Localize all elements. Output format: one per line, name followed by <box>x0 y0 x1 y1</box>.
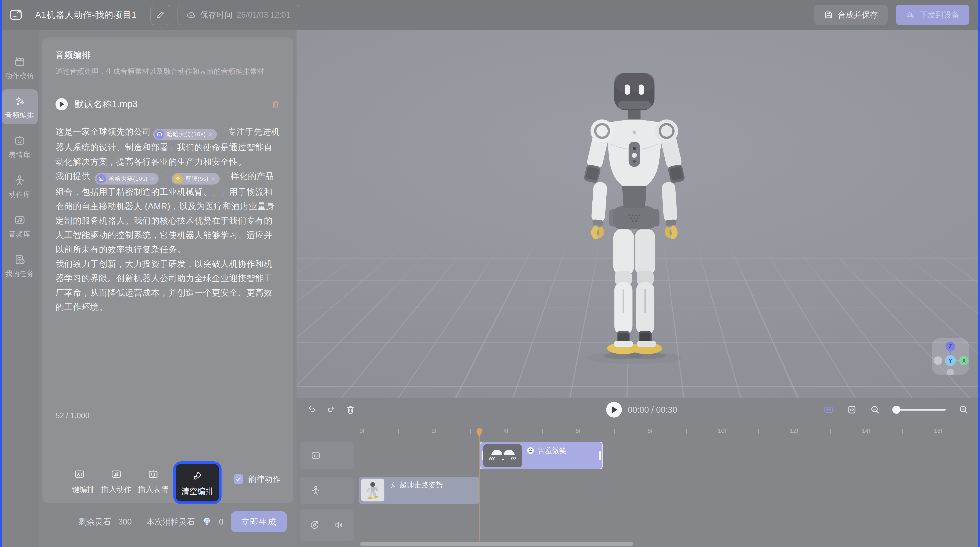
action-track-header <box>300 477 354 504</box>
zoom-in-button[interactable] <box>958 404 969 415</box>
tag-quote-mark: 」 <box>212 187 221 196</box>
capture-frame-right <box>978 0 980 547</box>
remove-tag-icon[interactable]: × <box>151 175 154 182</box>
clip-trim-handle-left[interactable] <box>482 451 483 460</box>
ruler-tick <box>686 429 687 434</box>
sidebar-item-label: 音频库 <box>9 230 30 239</box>
deploy-to-device-label: 下发到设备 <box>920 10 960 20</box>
sidebar-item-audio-arrange[interactable]: 音频编排 <box>2 89 38 124</box>
clear-arrangement-label: 清空编排 <box>181 486 213 497</box>
rhythm-motion-toggle[interactable]: 韵律动作 <box>234 474 281 485</box>
tag-label: 哈哈大笑(10s) <box>167 130 206 138</box>
ruler-tick <box>470 429 471 434</box>
remove-tag-icon[interactable]: × <box>212 175 216 182</box>
synthesize-save-button[interactable]: 合成并保存 <box>815 5 888 25</box>
fit-timeline-button[interactable] <box>823 404 834 415</box>
expression-track-icon <box>310 450 321 461</box>
sidebar-item-label: 音频编排 <box>5 111 34 120</box>
audio-file-row: 默认名称1.mp3 <box>56 98 280 110</box>
speaker-icon <box>333 520 344 531</box>
humanoid-robot-model[interactable] <box>562 70 706 368</box>
save-time-label: 保存时间 <box>200 10 232 20</box>
ruler-label: 10f <box>718 427 726 434</box>
deploy-to-device-button[interactable]: 下发到设备 <box>896 5 969 25</box>
rhythm-motion-label: 韵律动作 <box>248 474 281 485</box>
audio-play-button[interactable] <box>56 98 68 110</box>
ruler-label: 6f <box>576 427 580 434</box>
robot-face-icon <box>14 134 26 147</box>
remaining-stones-value: 300 <box>118 517 132 526</box>
timeline-horizontal-scrollbar[interactable] <box>360 542 633 546</box>
ruler-tick <box>398 429 399 434</box>
expression-clip[interactable]: 害羞微笑 <box>480 442 603 469</box>
sidebar-item-expression-lib[interactable]: 表情库 <box>2 129 38 164</box>
fit-clip-button[interactable] <box>846 404 857 415</box>
action-clip[interactable]: 超帅走路姿势 <box>359 477 479 504</box>
sidebar-item-label: 动作模仿 <box>5 71 34 80</box>
ruler-label: 2f <box>431 427 436 434</box>
play-icon <box>60 102 64 107</box>
project-title: A1机器人动作-我的项目1 <box>35 9 137 21</box>
generate-now-button[interactable]: 立即生成 <box>231 511 287 533</box>
expression-clip-title: 害羞微笑 <box>527 446 566 456</box>
gizmo-neg-x-dot <box>934 356 942 365</box>
playhead-line[interactable] <box>479 437 479 541</box>
timeline-zoom-slider[interactable] <box>893 409 946 411</box>
timeline-toolbar: 00:00 / 00:30 <box>296 398 980 421</box>
clip-trim-handle-right[interactable] <box>599 451 601 460</box>
timeline-panel: 00:00 / 00:30 0f2f4f6f8f10f12f14f16f <box>296 398 980 547</box>
sidebar-item-label: 动作库 <box>9 190 30 199</box>
top-bar: A1机器人动作-我的项目1 保存时间 26/01/03 12:01 合成并保存 <box>0 0 980 30</box>
synthesize-save-label: 合成并保存 <box>838 10 878 20</box>
insert-expression-button[interactable]: 插入表情 <box>137 468 170 495</box>
expression-track-header <box>300 442 354 469</box>
orientation-gizmo[interactable]: Z Y X <box>932 338 969 375</box>
zoom-slider-knob[interactable] <box>892 406 900 414</box>
svg-text:Z: Z <box>949 343 952 349</box>
one-click-arrange-button[interactable]: 一键编排 <box>63 468 96 495</box>
ruler-tick <box>902 429 903 434</box>
3d-viewport[interactable]: Z Y X <box>296 30 980 398</box>
tag-quote-mark: 」 <box>169 143 177 152</box>
clear-broom-icon <box>192 470 203 481</box>
ruler-label: 12f <box>790 427 798 434</box>
audio-arrange-panel-column: 音频编排 通过音频处理，生成音频素材以及融合动作和表情的音频编排素材 默认名称1… <box>39 30 296 547</box>
expression-tag-icon <box>155 130 164 139</box>
action-tag-chip[interactable]: 弯腰(5s)× <box>172 173 220 185</box>
clear-arrangement-button-highlighted[interactable]: 清空编排 <box>173 461 221 504</box>
save-status: 保存时间 26/01/03 12:01 <box>178 5 299 25</box>
action-clip-thumbnail <box>361 478 384 501</box>
clapperboard-icon <box>14 55 26 68</box>
capture-frame-left <box>0 0 2 547</box>
expression-tag-chip[interactable]: 哈哈大笑(10s)× <box>153 129 217 140</box>
insert-action-label: 插入动作 <box>101 484 132 495</box>
redo-button[interactable] <box>326 405 336 415</box>
expression-tag-chip[interactable]: 哈哈大笑(10s)× <box>95 173 159 185</box>
smiley-icon <box>527 447 535 455</box>
tag-quote-mark: 「 <box>161 171 169 181</box>
undo-button[interactable] <box>307 405 317 415</box>
playhead-marker[interactable] <box>476 428 482 439</box>
robot-download-icon <box>905 10 915 19</box>
action-tag-icon <box>173 174 183 183</box>
play-icon <box>612 407 617 413</box>
delete-audio-button[interactable] <box>270 99 280 109</box>
script-editor[interactable]: 这是一家全球领先的公司哈哈大笑(10s)×「专注于先进机器人系统的设计、制造和部… <box>56 124 280 314</box>
sidebar-item-label: 表情库 <box>9 150 30 160</box>
footer-divider <box>139 518 139 526</box>
checkbox-checked-icon[interactable] <box>234 474 243 484</box>
insert-action-button[interactable]: 插入动作 <box>100 468 133 495</box>
music-box-icon <box>110 468 122 480</box>
zoom-out-button[interactable] <box>870 404 880 415</box>
sidebar-item-audio-lib[interactable]: 音频库 <box>2 208 38 243</box>
delete-clip-button[interactable] <box>346 405 355 415</box>
sidebar-item-action-lib[interactable]: 动作库 <box>2 169 38 204</box>
walking-person-icon <box>389 481 397 489</box>
sidebar-item-motion-mimic[interactable]: 动作模仿 <box>2 50 38 85</box>
rename-project-button[interactable] <box>150 5 170 25</box>
tag-label: 弯腰(5s) <box>185 175 208 183</box>
timeline-play-button[interactable] <box>606 402 622 418</box>
sidebar-item-my-tasks[interactable]: 我的任务 <box>2 248 38 283</box>
remove-tag-icon[interactable]: × <box>209 131 213 138</box>
timeline-ruler[interactable]: 0f2f4f6f8f10f12f14f16f <box>296 422 980 440</box>
